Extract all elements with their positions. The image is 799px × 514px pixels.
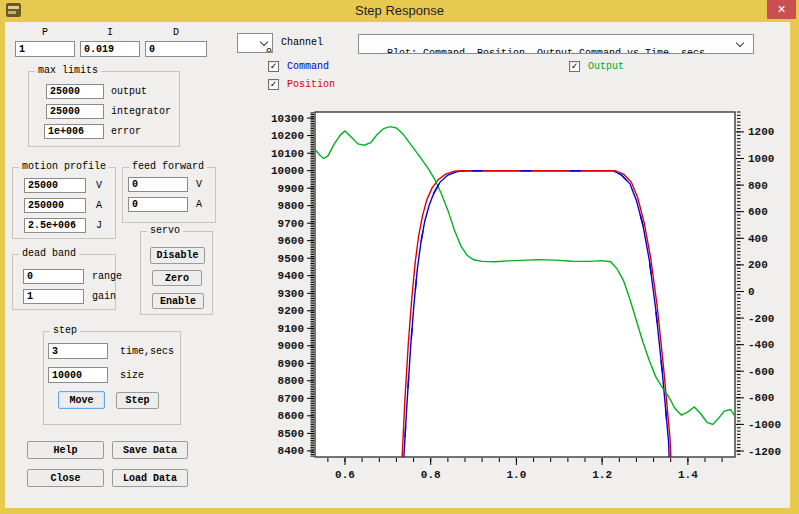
p-label: P	[15, 27, 75, 38]
svg-text:10100: 10100	[271, 148, 304, 160]
i-input[interactable]	[80, 41, 140, 57]
svg-text:9900: 9900	[278, 183, 304, 195]
ff-velocity-input[interactable]	[128, 177, 188, 192]
svg-text:-200: -200	[748, 313, 774, 325]
svg-text:9500: 9500	[278, 253, 304, 265]
zero-button[interactable]: Zero	[152, 270, 202, 286]
svg-text:9000: 9000	[278, 340, 304, 352]
output-checkbox-label: Output	[588, 61, 624, 72]
title-bar[interactable]: Step Response ✕	[0, 0, 799, 22]
close-button[interactable]: ✕	[767, 0, 796, 19]
svg-text:9200: 9200	[278, 305, 304, 317]
svg-text:9700: 9700	[278, 218, 304, 230]
range-label: range	[92, 271, 122, 282]
p-input[interactable]	[15, 41, 75, 57]
motion-profile-group: motion profile V A J	[12, 167, 116, 239]
svg-text:1.2: 1.2	[592, 469, 612, 481]
svg-text:600: 600	[748, 206, 768, 218]
servo-title: servo	[147, 225, 183, 236]
dead-band-group: dead band range gain	[12, 254, 116, 310]
gain-label: gain	[92, 291, 116, 302]
accel-label: A	[96, 200, 102, 211]
svg-text:1.4: 1.4	[678, 469, 698, 481]
svg-text:0: 0	[748, 286, 755, 298]
svg-text:8900: 8900	[278, 358, 304, 370]
svg-text:-400: -400	[748, 339, 774, 351]
svg-text:1000: 1000	[748, 153, 774, 165]
plot-type-value: Plot: Command, Position, Output Command …	[387, 48, 705, 54]
step-group: step time,secs size Move Step	[43, 331, 181, 425]
svg-text:-1000: -1000	[748, 419, 781, 431]
load-data-button[interactable]: Load Data	[112, 469, 188, 487]
svg-text:9100: 9100	[278, 323, 304, 335]
range-input[interactable]	[23, 269, 84, 284]
svg-text:10200: 10200	[271, 130, 304, 142]
velocity-input[interactable]	[24, 178, 86, 193]
step-button[interactable]: Step	[116, 392, 159, 409]
window-title: Step Response	[0, 3, 799, 18]
jerk-label: J	[96, 220, 102, 231]
max-integrator-input[interactable]	[46, 104, 104, 119]
chevron-down-icon	[260, 38, 268, 46]
step-time-label: time,secs	[120, 346, 174, 357]
max-output-input[interactable]	[46, 84, 104, 99]
i-label: I	[80, 27, 140, 38]
d-label: D	[145, 27, 207, 38]
svg-text:1.0: 1.0	[507, 469, 527, 481]
step-time-input[interactable]	[48, 343, 108, 359]
svg-text:8800: 8800	[278, 375, 304, 387]
max-output-label: output	[111, 86, 147, 97]
svg-text:8400: 8400	[278, 445, 304, 457]
step-response-chart: 8400850086008700880089009000910092009300…	[253, 95, 799, 487]
help-button[interactable]: Help	[27, 441, 104, 459]
max-limits-group: max limits output integrator error	[28, 71, 180, 147]
chevron-down-icon	[736, 39, 744, 47]
svg-text:400: 400	[748, 233, 768, 245]
feed-forward-title: feed forward	[129, 161, 207, 172]
svg-text:9800: 9800	[278, 200, 304, 212]
svg-text:8700: 8700	[278, 393, 304, 405]
max-error-input[interactable]	[44, 124, 104, 139]
velocity-label: V	[96, 180, 102, 191]
step-title: step	[50, 325, 80, 336]
command-checkbox[interactable]: ✓	[268, 61, 279, 72]
close-dialog-button[interactable]: Close	[27, 469, 104, 487]
svg-text:0.6: 0.6	[335, 469, 355, 481]
svg-text:8500: 8500	[278, 428, 304, 440]
svg-text:0.8: 0.8	[421, 469, 441, 481]
svg-text:800: 800	[748, 180, 768, 192]
ff-velocity-label: V	[196, 179, 202, 190]
ff-accel-label: A	[196, 199, 202, 210]
disable-button[interactable]: Disable	[150, 247, 205, 264]
motion-profile-title: motion profile	[19, 161, 109, 172]
channel-value: 0	[266, 47, 272, 53]
channel-select[interactable]: 0	[237, 33, 273, 53]
command-checkbox-label: Command	[287, 61, 329, 72]
jerk-input[interactable]	[24, 218, 86, 233]
max-error-label: error	[111, 126, 141, 137]
enable-button[interactable]: Enable	[152, 293, 204, 309]
svg-text:-800: -800	[748, 392, 774, 404]
save-data-button[interactable]: Save Data	[112, 441, 188, 459]
svg-text:10000: 10000	[271, 165, 304, 177]
svg-text:9600: 9600	[278, 235, 304, 247]
max-limits-title: max limits	[35, 65, 101, 76]
accel-input[interactable]	[24, 198, 86, 213]
servo-group: servo Disable Zero Enable	[140, 231, 213, 315]
position-checkbox-label: Position	[287, 79, 335, 90]
svg-text:-600: -600	[748, 366, 774, 378]
svg-text:1200: 1200	[748, 126, 774, 138]
position-checkbox[interactable]: ✓	[268, 79, 279, 90]
max-integrator-label: integrator	[111, 106, 171, 117]
step-size-input[interactable]	[48, 367, 108, 383]
step-size-label: size	[120, 370, 144, 381]
d-input[interactable]	[145, 41, 207, 57]
plot-type-select[interactable]: Plot: Command, Position, Output Command …	[358, 34, 754, 54]
dead-band-title: dead band	[19, 248, 79, 259]
ff-accel-input[interactable]	[128, 197, 188, 212]
move-button[interactable]: Move	[58, 391, 105, 409]
output-checkbox[interactable]: ✓	[569, 61, 580, 72]
svg-text:-1200: -1200	[748, 446, 781, 458]
svg-text:8600: 8600	[278, 410, 304, 422]
gain-input[interactable]	[23, 289, 84, 304]
